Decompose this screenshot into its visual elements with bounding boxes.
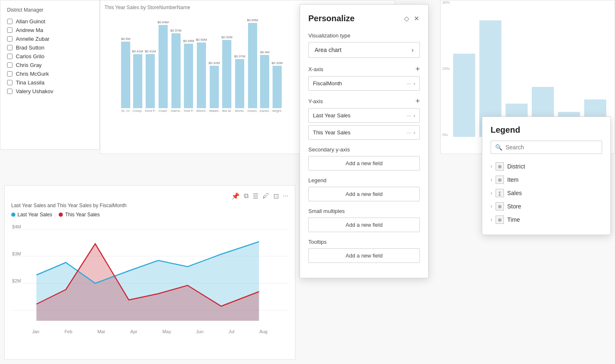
expand-arrow-icon: › (491, 163, 492, 169)
district-checkbox[interactable] (7, 62, 12, 68)
yaxis-1-more-button[interactable]: ··· (407, 112, 411, 119)
yaxis-2-chevron-button[interactable]: › (414, 129, 415, 136)
legend-field-item[interactable]: ›⊞Store (491, 200, 602, 213)
pin-icon[interactable]: 📌 (231, 192, 240, 200)
legend-search-container[interactable]: 🔍 (491, 141, 602, 154)
expand-icon[interactable]: ⊡ (273, 192, 279, 200)
xaxis-field-row: FiscalMonth ··· › (308, 76, 420, 91)
legend-section-label: Legend (308, 177, 420, 183)
district-item[interactable]: Chris Gray (7, 61, 93, 69)
viz-type-value: Area chart (315, 47, 342, 53)
bar-column: $0.65MGreen. (247, 18, 258, 113)
district-name: Annelie Zubar (16, 36, 50, 42)
legend-field-item[interactable]: ›⊞Item (491, 173, 602, 186)
district-checkbox[interactable] (7, 71, 12, 77)
xaxis-add-button[interactable]: + (415, 65, 420, 73)
bar-rect (159, 25, 168, 108)
personalize-header-icons: ◇ × (403, 13, 420, 24)
yaxis-header: Y-axis + (308, 97, 420, 105)
district-checkbox[interactable] (7, 27, 12, 33)
field-name: District (507, 163, 525, 170)
bar-column: $0.4MZanes. (260, 50, 270, 113)
legend-field-item[interactable]: ›∑Sales (491, 186, 602, 200)
district-checkbox[interactable] (7, 36, 12, 42)
district-checkbox[interactable] (7, 19, 12, 24)
right-axis-labels: 40% 20% 0% (441, 0, 451, 137)
more-icon[interactable]: ··· (283, 192, 288, 200)
secondary-yaxis-add-button[interactable]: Add a new field (308, 156, 420, 171)
district-checkbox[interactable] (7, 45, 12, 50)
search-input[interactable] (506, 144, 598, 151)
svg-text:$3M: $3M (12, 251, 21, 256)
district-item[interactable]: Carlos Grilo (7, 52, 93, 61)
district-manager-panel: District Manager Allan GuinotAndrew MaAn… (0, 0, 100, 150)
close-button[interactable]: × (413, 13, 420, 24)
bar-value: $0.37M (234, 54, 246, 58)
bar-column: $0.49MYork F. (183, 39, 194, 113)
district-panel-title: District Manager (7, 7, 93, 13)
district-name: Carlos Grilo (16, 53, 45, 59)
legend-last-year: Last Year Sales (11, 212, 52, 218)
bar-column: $0.41MKent P. (145, 50, 156, 113)
table-icon: ⊞ (496, 176, 504, 184)
district-item[interactable]: Brad Sutton (7, 43, 93, 52)
yaxis-2-more-button[interactable]: ··· (407, 129, 411, 136)
bar-rect (146, 54, 155, 108)
legend-field-item[interactable]: ›⊞Time (491, 213, 602, 226)
bar-column: $0.50MWinch. (196, 38, 207, 113)
small-multiples-add-button[interactable]: Add a new field (308, 218, 420, 232)
filter-icon[interactable]: ☰ (253, 192, 258, 200)
x-label-aug: Aug (259, 329, 268, 334)
legend-add-button[interactable]: Add a new field (308, 187, 420, 201)
bar-label: Green. (248, 109, 258, 113)
district-item[interactable]: Valery Ushakov (7, 87, 93, 96)
edit-icon[interactable]: 🖊 (263, 192, 269, 200)
copy-icon[interactable]: ⧉ (244, 192, 248, 200)
bar-value: $0.41M (132, 50, 143, 53)
tooltips-add-button[interactable]: Add a new field (308, 248, 420, 263)
bar-value: $0.52M (221, 35, 233, 39)
district-name: Chris McGurk (16, 71, 49, 77)
bar-column: $0.64MCharl. (158, 20, 169, 113)
secondary-yaxis-label: Secondary y-axis (308, 146, 420, 153)
area-chart-svg-container: $4M $3M $2M Jan Feb Mar Apr May Jun Jul … (11, 221, 288, 337)
xaxis-section: X-axis + FiscalMonth ··· › (308, 65, 420, 91)
district-item[interactable]: Tina Lassila (7, 78, 93, 87)
district-item[interactable]: Chris McGurk (7, 69, 93, 78)
this-year-label: This Year Sales (65, 212, 99, 218)
field-name: Sales (507, 190, 522, 196)
bar-rect (121, 42, 130, 108)
yaxis-add-button[interactable]: + (415, 97, 420, 105)
district-item[interactable]: Andrew Ma (7, 26, 93, 35)
right-axis-20: 20% (442, 67, 450, 71)
bar-rect (260, 55, 269, 108)
yaxis-1-chevron-button[interactable]: › (414, 112, 415, 119)
district-name: Tina Lassila (16, 79, 45, 86)
table-icon: ⊞ (496, 162, 504, 171)
district-checkbox[interactable] (7, 54, 12, 59)
legend-panel: Legend 🔍 ›⊞District›⊞Item›∑Sales›⊞Store›… (482, 116, 611, 235)
xaxis-chevron-button[interactable]: › (414, 80, 415, 87)
right-axis-40: 40% (442, 0, 450, 5)
yaxis-field-row-2: This Year Sales ··· › (308, 125, 420, 140)
xaxis-more-button[interactable]: ··· (407, 80, 411, 87)
bar-label: Bel Al. (222, 109, 232, 113)
district-checkbox[interactable] (7, 89, 12, 94)
expand-arrow-icon: › (491, 203, 492, 209)
x-label-may: May (162, 329, 171, 334)
district-checkbox[interactable] (7, 80, 12, 85)
district-name: Chris Gray (16, 62, 42, 68)
legend-field-item[interactable]: ›⊞District (491, 160, 602, 173)
district-name: Andrew Ma (16, 27, 43, 33)
viz-type-button[interactable]: Area chart › (308, 42, 420, 58)
bar-column: $0.37MWorts. (234, 54, 246, 113)
last-year-label: Last Year Sales (17, 212, 52, 218)
district-name: Brad Sutton (16, 45, 45, 51)
district-item[interactable]: Allan Guinot (7, 17, 93, 26)
bar-label: Zanes. (260, 109, 270, 113)
xaxis-label: X-axis (308, 66, 323, 72)
bar-value: $0.65M (247, 18, 258, 22)
bar-rect (210, 66, 219, 108)
reset-button[interactable]: ◇ (403, 14, 410, 23)
district-item[interactable]: Annelie Zubar (7, 35, 93, 43)
